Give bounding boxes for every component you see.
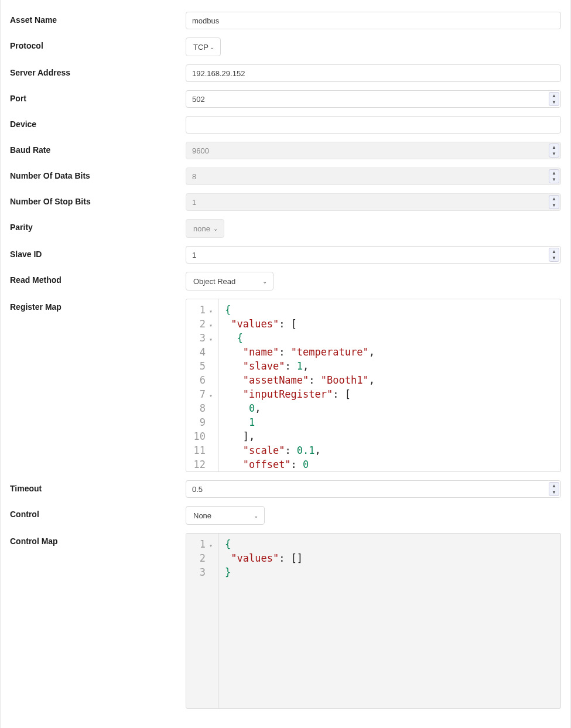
slave-id-spinner[interactable]: ▲ ▼: [549, 248, 559, 262]
row-control: Control None ⌄: [10, 506, 561, 525]
stop-bits-label: Number Of Stop Bits: [10, 193, 186, 206]
spinner-down-icon[interactable]: ▼: [549, 489, 559, 495]
read-method-select[interactable]: Object Read ⌄: [186, 272, 273, 290]
register-map-code[interactable]: { "values": [ { "name": "temperature", "…: [219, 299, 560, 471]
data-bits-input: [186, 168, 561, 185]
port-spinner[interactable]: ▲ ▼: [549, 92, 559, 106]
server-address-label: Server Address: [10, 64, 186, 77]
parity-select-value: none: [193, 224, 210, 233]
read-method-label: Read Method: [10, 272, 186, 285]
device-input: [186, 116, 561, 134]
spinner-up-icon: ▲: [549, 144, 559, 151]
control-select-value: None: [193, 511, 211, 520]
slave-id-stepper[interactable]: ▲ ▼: [186, 246, 561, 264]
row-read-method: Read Method Object Read ⌄: [10, 272, 561, 290]
spinner-down-icon: ▼: [549, 176, 559, 183]
spinner-up-icon: ▲: [549, 196, 559, 202]
spinner-down-icon[interactable]: ▼: [549, 255, 559, 261]
row-register-map: Register Map 1▾ 2▾ 3▾ 4 5 6 7▾ 8 9 10 11…: [10, 299, 561, 472]
row-server-address: Server Address: [10, 64, 561, 82]
baud-rate-label: Baud Rate: [10, 142, 186, 155]
stop-bits-spinner: ▲ ▼: [549, 195, 559, 209]
config-form: Asset Name Protocol TCP ⌄ Server Address…: [0, 0, 571, 728]
parity-label: Parity: [10, 219, 186, 232]
row-parity: Parity none ⌄: [10, 219, 561, 238]
slave-id-input[interactable]: [186, 246, 561, 264]
row-asset-name: Asset Name: [10, 12, 561, 29]
stop-bits-stepper: ▲ ▼: [186, 193, 561, 211]
data-bits-spinner: ▲ ▼: [549, 169, 559, 183]
row-protocol: Protocol TCP ⌄: [10, 37, 561, 56]
protocol-select-value: TCP: [193, 43, 208, 52]
control-select[interactable]: None ⌄: [186, 506, 265, 525]
row-device: Device: [10, 116, 561, 134]
spinner-up-icon[interactable]: ▲: [549, 93, 559, 99]
port-label: Port: [10, 90, 186, 103]
asset-name-input[interactable]: [186, 12, 561, 29]
control-map-code: { "values": [] }: [219, 534, 560, 708]
spinner-down-icon: ▼: [549, 151, 559, 157]
row-slave-id: Slave ID ▲ ▼: [10, 246, 561, 264]
baud-rate-input: [186, 142, 561, 159]
protocol-label: Protocol: [10, 37, 186, 50]
editor-gutter: 1▾ 2 3: [186, 534, 219, 708]
timeout-label: Timeout: [10, 480, 186, 493]
chevron-down-icon: ⌄: [210, 44, 214, 50]
row-port: Port ▲ ▼: [10, 90, 561, 108]
data-bits-stepper: ▲ ▼: [186, 168, 561, 185]
chevron-down-icon: ⌄: [254, 512, 258, 519]
stop-bits-input: [186, 193, 561, 211]
row-stop-bits: Number Of Stop Bits ▲ ▼: [10, 193, 561, 211]
baud-rate-spinner: ▲ ▼: [549, 143, 559, 158]
spinner-up-icon[interactable]: ▲: [549, 248, 559, 255]
timeout-spinner[interactable]: ▲ ▼: [549, 482, 559, 496]
spinner-up-icon: ▲: [549, 170, 559, 176]
parity-select: none ⌄: [186, 219, 224, 238]
timeout-stepper[interactable]: ▲ ▼: [186, 480, 561, 498]
row-timeout: Timeout ▲ ▼: [10, 480, 561, 498]
data-bits-label: Number Of Data Bits: [10, 168, 186, 180]
slave-id-label: Slave ID: [10, 246, 186, 259]
read-method-select-value: Object Read: [193, 277, 235, 286]
spinner-down-icon: ▼: [549, 202, 559, 209]
register-map-label: Register Map: [10, 299, 186, 312]
port-input[interactable]: [186, 90, 561, 108]
chevron-down-icon: ⌄: [262, 278, 267, 285]
protocol-select[interactable]: TCP ⌄: [186, 37, 221, 56]
port-stepper[interactable]: ▲ ▼: [186, 90, 561, 108]
control-label: Control: [10, 506, 186, 519]
row-baud-rate: Baud Rate ▲ ▼: [10, 142, 561, 159]
spinner-up-icon[interactable]: ▲: [549, 483, 559, 489]
device-label: Device: [10, 116, 186, 129]
row-control-map: Control Map 1▾ 2 3 { "values": [] }: [10, 533, 561, 709]
baud-rate-stepper: ▲ ▼: [186, 142, 561, 159]
chevron-down-icon: ⌄: [213, 225, 218, 232]
register-map-editor[interactable]: 1▾ 2▾ 3▾ 4 5 6 7▾ 8 9 10 11 12 { "values…: [186, 299, 561, 472]
editor-gutter: 1▾ 2▾ 3▾ 4 5 6 7▾ 8 9 10 11 12: [186, 299, 219, 471]
asset-name-label: Asset Name: [10, 12, 186, 25]
control-map-editor: 1▾ 2 3 { "values": [] }: [186, 533, 561, 709]
server-address-input[interactable]: [186, 64, 561, 82]
row-data-bits: Number Of Data Bits ▲ ▼: [10, 168, 561, 185]
timeout-input[interactable]: [186, 480, 561, 498]
spinner-down-icon[interactable]: ▼: [549, 99, 559, 105]
control-map-label: Control Map: [10, 533, 186, 546]
